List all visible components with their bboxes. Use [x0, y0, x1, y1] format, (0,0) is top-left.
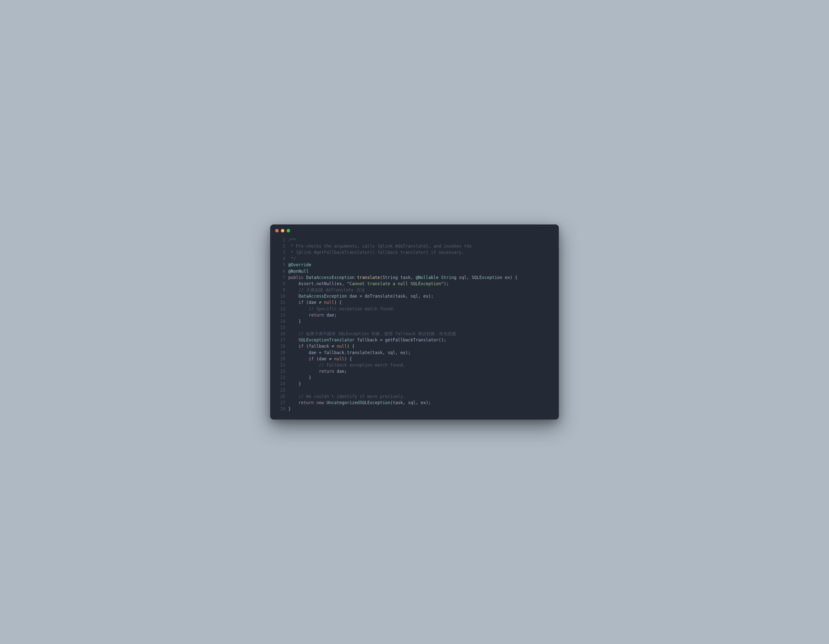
code-content: }	[288, 381, 301, 387]
code-content: }	[288, 318, 301, 325]
code-line: 12 // Specific exception match found.	[275, 306, 554, 312]
code-content: DataAccessException dae = doTranslate(ta…	[288, 293, 433, 299]
code-content: if (dae ≠ null) {	[288, 299, 342, 306]
code-line: 27 return new UncategorizedSQLException(…	[275, 399, 554, 406]
close-icon[interactable]	[275, 229, 279, 232]
code-line: 15	[275, 325, 554, 331]
code-content: */	[288, 256, 296, 262]
code-line: 24 }	[275, 381, 554, 387]
code-line: 2 * Pre-checks the arguments, calls {@li…	[275, 243, 554, 249]
line-number: 7	[275, 275, 285, 281]
code-line: 7public DataAccessException translate(St…	[275, 275, 554, 281]
line-number: 9	[275, 287, 285, 293]
code-content: * {@link #getFallbackTranslator() fallba…	[288, 249, 464, 256]
code-line: 26 // We couldn't identify it more preci…	[275, 393, 554, 399]
code-content: /**	[288, 237, 296, 243]
line-number: 21	[275, 362, 285, 368]
line-number: 11	[275, 299, 285, 306]
code-line: 10 DataAccessException dae = doTranslate…	[275, 293, 554, 299]
code-line: 16 // 如果子类不能讲 SQLException 转换，使用 fallbac…	[275, 331, 554, 337]
line-number: 20	[275, 356, 285, 362]
code-line: 6@NonNull	[275, 268, 554, 275]
code-content: dae = fallback.translate(task, sql, ex);	[288, 350, 411, 356]
code-content: }	[288, 406, 291, 412]
line-number: 6	[275, 268, 285, 275]
code-content: return dae;	[288, 368, 347, 374]
line-number: 8	[275, 281, 285, 287]
code-content: if (dae ≠ null) {	[288, 356, 352, 362]
code-line: 14 }	[275, 318, 554, 325]
code-content: // 子类实现 doTranslate 方法	[288, 287, 365, 293]
code-content: return dae;	[288, 312, 337, 318]
line-number: 19	[275, 350, 285, 356]
line-number: 16	[275, 331, 285, 337]
line-number: 28	[275, 406, 285, 412]
code-content: Assert.notNull(ex, "Cannot translate a n…	[288, 281, 449, 287]
code-content: public DataAccessException translate(Str…	[288, 275, 517, 281]
line-number: 27	[275, 399, 285, 406]
code-line: 1/**	[275, 237, 554, 243]
minimize-icon[interactable]	[281, 229, 284, 232]
line-number: 12	[275, 306, 285, 312]
code-line: 3 * {@link #getFallbackTranslator() fall…	[275, 249, 554, 256]
code-line: 9 // 子类实现 doTranslate 方法	[275, 287, 554, 293]
code-content: // 如果子类不能讲 SQLException 转换，使用 fallback 再…	[288, 331, 456, 337]
code-line: 8 Assert.notNull(ex, "Cannot translate a…	[275, 281, 554, 287]
code-content: // Specific exception match found.	[288, 306, 396, 312]
line-number: 23	[275, 374, 285, 381]
code-line: 25	[275, 387, 554, 393]
code-line: 19 dae = fallback.translate(task, sql, e…	[275, 350, 554, 356]
code-line: 21 // Fallback exception match found.	[275, 362, 554, 368]
code-line: 4 */	[275, 256, 554, 262]
code-content: SQLExceptionTranslator fallback = getFal…	[288, 337, 446, 343]
code-content: @NonNull	[288, 268, 309, 275]
maximize-icon[interactable]	[287, 229, 290, 232]
line-number: 10	[275, 293, 285, 299]
code-content: // Fallback exception match found.	[288, 362, 405, 368]
line-number: 1	[275, 237, 285, 243]
code-line: 22 return dae;	[275, 368, 554, 374]
code-line: 23 }	[275, 374, 554, 381]
line-number: 2	[275, 243, 285, 249]
line-number: 5	[275, 262, 285, 268]
code-content: // We couldn't identify it more precisel…	[288, 393, 405, 399]
code-content: * Pre-checks the arguments, calls {@link…	[288, 243, 472, 249]
line-number: 4	[275, 256, 285, 262]
code-content: @Override	[288, 262, 311, 268]
line-number: 14	[275, 318, 285, 325]
code-editor: 1/**2 * Pre-checks the arguments, calls …	[270, 234, 559, 420]
line-number: 25	[275, 387, 285, 393]
code-content: if (fallback ≠ null) {	[288, 343, 355, 349]
code-line: 11 if (dae ≠ null) {	[275, 299, 554, 306]
line-number: 18	[275, 343, 285, 349]
line-number: 26	[275, 393, 285, 399]
line-number: 13	[275, 312, 285, 318]
code-line: 5@Override	[275, 262, 554, 268]
code-line: 13 return dae;	[275, 312, 554, 318]
line-number: 22	[275, 368, 285, 374]
code-line: 20 if (dae ≠ null) {	[275, 356, 554, 362]
code-window: 1/**2 * Pre-checks the arguments, calls …	[270, 224, 559, 420]
code-content: return new UncategorizedSQLException(tas…	[288, 399, 431, 406]
code-line: 18 if (fallback ≠ null) {	[275, 343, 554, 349]
line-number: 17	[275, 337, 285, 343]
line-number: 3	[275, 249, 285, 256]
code-content: }	[288, 374, 311, 381]
code-line: 17 SQLExceptionTranslator fallback = get…	[275, 337, 554, 343]
line-number: 15	[275, 325, 285, 331]
code-line: 28}	[275, 406, 554, 412]
window-titlebar	[270, 224, 559, 234]
line-number: 24	[275, 381, 285, 387]
